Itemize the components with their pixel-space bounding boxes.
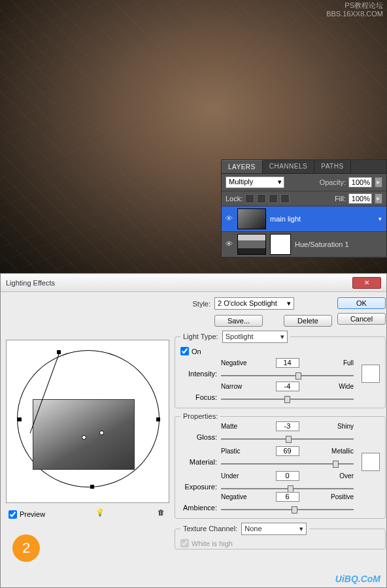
opacity-flyout[interactable]: ▸ (375, 177, 382, 188)
watermark-top: PS教程论坛 BBS.16XX8.COM (326, 1, 383, 18)
lock-position-icon[interactable] (269, 194, 278, 203)
material-slider[interactable]: Plastic 69 Metallic (221, 457, 354, 467)
layer-name[interactable]: main light (270, 215, 373, 223)
visibility-icon[interactable]: 👁 (224, 240, 233, 249)
light-color-swatch[interactable] (362, 365, 380, 383)
tab-channels[interactable]: CHANNELS (263, 160, 314, 173)
panel-tabs: LAYERS CHANNELS PATHS (222, 160, 386, 174)
texture-channel-group: Texture Channel: None White is high (175, 523, 386, 549)
handle[interactable] (57, 350, 61, 354)
layer-list: 👁 main light ▾ 👁 Hue/Saturation 1 (222, 206, 386, 257)
intensity-slider[interactable]: Negative 14 Full (221, 368, 354, 379)
gloss-slider[interactable]: Matte -3 Shiny (221, 432, 354, 442)
light-type-group: Light Type: Spotlight On Intensity: Nega… (175, 331, 386, 408)
ok-button[interactable]: OK (337, 297, 386, 309)
preview-checkbox[interactable]: Preview (8, 510, 45, 519)
focus-label: Focus: (180, 393, 217, 401)
properties-group: Properties: Gloss: Matte -3 Shiny Materi… (175, 412, 386, 519)
light-type-select[interactable]: Spotlight (222, 331, 288, 343)
blend-row: Multiply Opacity: 100% ▸ (222, 174, 386, 191)
material-value[interactable]: 69 (276, 446, 299, 456)
fill-input[interactable]: 100% (348, 193, 372, 204)
lighting-preview[interactable] (6, 340, 169, 503)
exposure-slider[interactable]: Under 0 Over (221, 482, 354, 492)
dialog-titlebar[interactable]: Lighting Effects ✕ (1, 274, 386, 292)
tab-paths[interactable]: PATHS (314, 160, 350, 173)
focus-slider[interactable]: Narrow -4 Wide (221, 392, 354, 402)
opacity-input[interactable]: 100% (348, 177, 372, 188)
style-select[interactable]: 2 O'clock Spotlight (214, 297, 294, 310)
save-button[interactable]: Save... (214, 315, 263, 327)
ambience-value[interactable]: 6 (276, 492, 299, 502)
step-badge: 2 (12, 534, 40, 562)
layers-panel: LAYERS CHANNELS PATHS Multiply Opacity: … (221, 159, 387, 258)
fill-flyout[interactable]: ▸ (375, 193, 382, 204)
material-label: Material: (180, 458, 217, 466)
intensity-value[interactable]: 14 (276, 358, 299, 368)
dialog-title: Lighting Effects (6, 279, 352, 287)
focus-value[interactable]: -4 (276, 382, 299, 391)
lock-all-icon[interactable] (280, 194, 290, 203)
exposure-label: Exposure: (180, 483, 217, 491)
preview-rect (33, 399, 135, 470)
close-icon[interactable]: ✕ (352, 277, 381, 289)
lightbulb-icon[interactable]: 💡 (94, 508, 106, 520)
cancel-button[interactable]: Cancel (337, 313, 386, 325)
lock-row: Lock: Fill: 100% ▸ (222, 191, 386, 206)
adjustment-thumbnail[interactable] (237, 234, 266, 255)
handle[interactable] (90, 485, 94, 489)
texture-channel-select[interactable]: None (241, 523, 307, 535)
ambience-label: Ambience: (180, 504, 217, 512)
layer-thumbnail[interactable] (237, 208, 266, 229)
visibility-icon[interactable]: 👁 (224, 214, 233, 223)
opacity-label: Opacity: (320, 178, 346, 186)
intensity-label: Intensity: (180, 370, 217, 378)
fill-label: Fill: (335, 195, 346, 203)
layer-row[interactable]: 👁 Hue/Saturation 1 (222, 232, 386, 257)
lighting-effects-dialog: Lighting Effects ✕ Preview 💡 🗑 (0, 273, 387, 588)
layer-row[interactable]: 👁 main light ▾ (222, 206, 386, 232)
layer-mask[interactable] (270, 234, 291, 255)
blend-mode-select[interactable]: Multiply (226, 176, 284, 188)
smart-object-icon[interactable]: ▾ (377, 216, 384, 222)
style-label: Style: (175, 300, 210, 308)
delete-button[interactable]: Delete (284, 315, 332, 327)
tab-layers[interactable]: LAYERS (222, 160, 263, 173)
trash-icon[interactable]: 🗑 (155, 508, 167, 520)
gloss-label: Gloss: (180, 433, 217, 441)
lock-label: Lock: (226, 195, 243, 203)
watermark-bottom: UiBQ.CoM (335, 574, 380, 584)
lock-transparency-icon[interactable] (245, 194, 254, 203)
handle[interactable] (156, 417, 160, 421)
ambience-slider[interactable]: Negative 6 Positive (221, 502, 354, 513)
on-checkbox[interactable]: On (180, 347, 380, 355)
ambient-color-swatch[interactable] (362, 453, 380, 471)
exposure-value[interactable]: 0 (276, 471, 299, 481)
lock-pixels-icon[interactable] (257, 194, 266, 203)
gloss-value[interactable]: -3 (276, 421, 299, 431)
light-center[interactable] (82, 435, 86, 440)
layer-name[interactable]: Hue/Saturation 1 (295, 240, 384, 248)
light-origin[interactable] (99, 431, 104, 435)
white-is-high-checkbox: White is high (180, 539, 380, 547)
handle[interactable] (18, 417, 22, 421)
